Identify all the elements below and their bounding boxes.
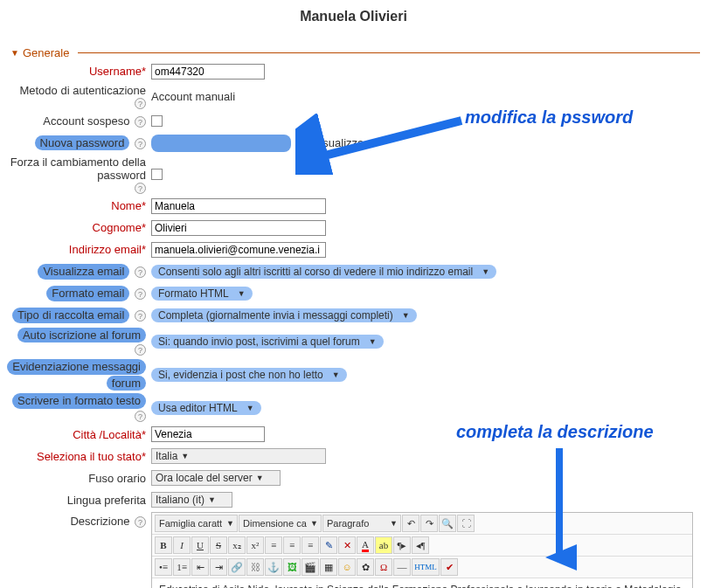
label-autosubscribe: Auto iscrizione al forum ?: [7, 328, 151, 356]
help-icon[interactable]: ?: [135, 138, 146, 149]
description-editor: Famiglia caratt▼ Dimensione ca▼ Paragraf…: [151, 512, 693, 588]
help-icon[interactable]: ?: [135, 116, 146, 128]
clean-button[interactable]: ✎: [320, 536, 337, 554]
show-password-checkbox[interactable]: [296, 137, 308, 149]
legend-general[interactable]: ▼ Generale: [7, 46, 73, 59]
chevron-down-icon: ▼: [208, 495, 216, 504]
number-list-button[interactable]: 1≡: [173, 558, 191, 576]
annotation-password: modifica la pssword: [465, 107, 633, 128]
table-button[interactable]: ▦: [320, 558, 337, 576]
label-auth: Metodo di autenticazione ?: [7, 84, 151, 109]
country-select[interactable]: Italia▼: [151, 448, 326, 464]
font-size-select[interactable]: Dimensione ca▼: [239, 515, 322, 532]
help-icon[interactable]: ?: [135, 344, 146, 356]
undo-button[interactable]: ↶: [402, 515, 419, 532]
highlight-select[interactable]: Si, evidenzia i post che non ho letto▼: [151, 368, 347, 382]
strike-button[interactable]: S: [210, 536, 227, 554]
chevron-down-icon: ▼: [402, 311, 410, 320]
ltr-button[interactable]: ¶▸: [393, 536, 411, 554]
image-button[interactable]: 🖼: [283, 558, 301, 576]
underline-button[interactable]: U: [191, 536, 209, 554]
align-left-button[interactable]: ≡: [265, 536, 282, 554]
label-force-pw: Forza il cambiamento della password ?: [7, 156, 151, 194]
username-input[interactable]: [151, 64, 265, 80]
find-button[interactable]: 🔍: [439, 515, 456, 532]
last-name-input[interactable]: [151, 220, 326, 236]
show-password-label: Visualizza: [313, 136, 364, 149]
chevron-down-icon: ▼: [482, 267, 489, 276]
label-email-display: Visualizza email ?: [7, 264, 151, 280]
annotation-description: completa la descrizione: [456, 422, 654, 442]
media-button[interactable]: 🎬: [302, 558, 319, 576]
align-right-button[interactable]: ≡: [302, 536, 319, 554]
email-input[interactable]: [151, 242, 326, 258]
timezone-select[interactable]: Ora locale del server▼: [151, 470, 281, 486]
help-icon[interactable]: ?: [135, 411, 146, 422]
label-digest: Tipo di raccolta email ?: [7, 308, 151, 323]
chevron-down-icon: ▼: [238, 289, 246, 298]
label-email: Indirizzo email*: [7, 243, 151, 257]
label-city: Città /Località*: [7, 428, 151, 442]
help-icon[interactable]: ?: [135, 183, 146, 194]
text-format-select[interactable]: Usa editor HTML▼: [151, 401, 261, 415]
text-color-button[interactable]: A: [357, 536, 374, 554]
anchor-button[interactable]: ⚓: [265, 558, 282, 576]
help-icon[interactable]: ?: [135, 266, 146, 278]
superscript-button[interactable]: x²: [246, 536, 264, 554]
html-button[interactable]: HTML: [412, 558, 440, 576]
description-textarea[interactable]: Educatrice di Asilo Nido, laureata in Sc…: [152, 578, 692, 588]
label-language: Lingua preferita: [7, 494, 151, 508]
email-display-select[interactable]: Consenti solo agli altri iscritti al cor…: [151, 265, 496, 279]
collapse-icon: ▼: [10, 48, 19, 58]
language-select[interactable]: Italiano (it)▼: [151, 492, 232, 508]
force-pw-checkbox[interactable]: [151, 169, 163, 180]
help-icon[interactable]: ?: [135, 98, 146, 109]
unlink-button[interactable]: ⛓: [246, 558, 264, 576]
redo-button[interactable]: ↷: [420, 515, 438, 532]
align-center-button[interactable]: ≡: [283, 536, 301, 554]
emoticon-button[interactable]: ☺: [338, 558, 356, 576]
email-format-select[interactable]: Formato HTML▼: [151, 287, 253, 301]
editor-toolbar-1: Famiglia caratt▼ Dimensione ca▼ Paragraf…: [152, 513, 692, 535]
autosubscribe-select[interactable]: Si: quando invio post, iscrivimi a quel …: [151, 335, 384, 349]
editor-toolbar-2: B I U S x₂ x² ≡ ≡ ≡ ✎ ✕ A ab ¶▸: [152, 535, 692, 557]
label-new-password: Nuova password ?: [7, 135, 151, 151]
label-suspended: Account sospeso ?: [7, 114, 151, 128]
font-family-select[interactable]: Famiglia caratt▼: [155, 515, 238, 532]
bold-button[interactable]: B: [155, 536, 172, 554]
help-icon[interactable]: ?: [135, 516, 146, 528]
bullet-list-button[interactable]: •≡: [155, 558, 172, 576]
label-text-format: Scrivere in formato testo ?: [7, 393, 151, 422]
suspended-checkbox[interactable]: [151, 115, 163, 127]
label-highlight: Evidenziazione messaggi forum: [7, 359, 151, 391]
label-description: Descrizione ?: [7, 512, 151, 529]
first-name-input[interactable]: [151, 198, 326, 214]
subscript-button[interactable]: x₂: [228, 536, 246, 554]
italic-button[interactable]: I: [173, 536, 191, 554]
help-icon[interactable]: ?: [135, 310, 146, 322]
remove-format-button[interactable]: ✕: [338, 536, 356, 554]
bg-color-button[interactable]: ab: [375, 536, 392, 554]
char-button[interactable]: ✿: [357, 558, 374, 576]
new-password-input[interactable]: [151, 135, 291, 152]
rtl-button[interactable]: ◂¶: [412, 536, 429, 554]
link-button[interactable]: 🔗: [228, 558, 246, 576]
label-country: Seleziona il tuo stato*: [7, 450, 151, 464]
chevron-down-icon: ▼: [369, 337, 377, 346]
chevron-down-icon: ▼: [181, 452, 189, 460]
auth-method-value: Account manuali: [151, 90, 235, 103]
label-first-name: Nome*: [7, 199, 151, 213]
help-icon[interactable]: ?: [135, 288, 146, 300]
block-format-select[interactable]: Paragrafo▼: [322, 515, 401, 532]
digest-select[interactable]: Completa (giornalmente invia i messaggi …: [151, 308, 417, 322]
city-input[interactable]: [151, 426, 265, 442]
label-username: Username*: [7, 65, 151, 79]
hr-button[interactable]: —: [393, 558, 411, 576]
page-title: Manuela Olivieri: [0, 9, 707, 24]
outdent-button[interactable]: ⇤: [191, 558, 209, 576]
spellcheck-button[interactable]: ✔: [440, 558, 458, 576]
indent-button[interactable]: ⇥: [210, 558, 227, 576]
fullscreen-button[interactable]: ⛶: [457, 515, 475, 532]
label-email-format: Formato email ?: [7, 286, 151, 301]
equation-button[interactable]: Ω: [375, 558, 392, 576]
